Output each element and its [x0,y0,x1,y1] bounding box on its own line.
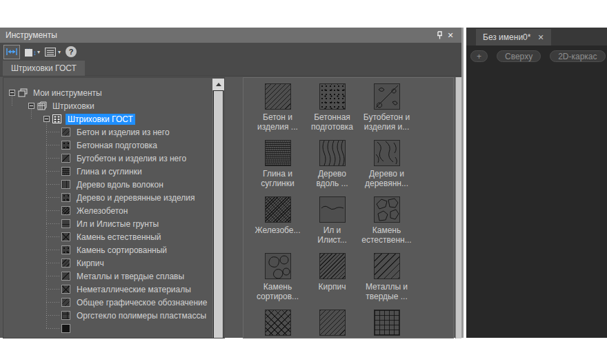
hatch-thumbnail [374,253,400,279]
document-tab-title: Без имени0* [483,32,530,42]
palette-item[interactable] [250,310,305,338]
help-button[interactable]: ? [66,45,77,59]
hatch-swatch-icon [61,324,70,333]
hatch-swatch-icon [61,311,70,320]
tree-item[interactable]: Неметаллические материалы [61,283,193,296]
tools-tree: Мои инструменты Штриховки Штриховки ГОСТ [3,77,225,338]
tree-item[interactable]: Кирпич [61,256,106,270]
tree-item[interactable] [61,322,79,335]
view-options-button[interactable]: ▾ [45,45,61,59]
add-viewport-button[interactable]: + [470,50,488,62]
hatch-swatch-icon [61,193,70,202]
caret-down-icon[interactable]: ▾ [58,49,61,55]
hatch-thumbnail [265,196,291,223]
tree-item[interactable]: Бетон и изделия из него [61,125,172,139]
hatch-swatch-icon [61,219,70,228]
tab-hatches-gost[interactable]: Штриховки ГОСТ [3,61,85,76]
palette-item[interactable]: Бетонная подготовка [305,83,359,132]
visual-style-button[interactable]: 2D-каркас [550,50,605,62]
pin-icon[interactable] [434,30,445,41]
palette-item[interactable]: Дерево и деревянн... [359,140,414,188]
tools-panel-header: Инструменты ✕ [0,28,461,43]
hatch-thumbnail [319,140,346,166]
tree-item[interactable]: Дерево вдоль волокон [61,178,166,191]
panel-title: Инструменты [6,30,434,40]
hatch-group-icon [37,101,46,110]
tree-item[interactable]: Глина и суглинки [61,165,144,178]
tree-item[interactable]: Мои инструменты [9,86,104,99]
tree-item[interactable]: Камень сортированный [61,243,169,256]
palette-item[interactable]: Дерево вдоль ... [305,140,359,188]
hatch-thumbnail [374,140,400,166]
tree-item[interactable]: Оргстекло полимеры пластмассы [61,309,208,322]
hatch-swatch-icon [61,272,70,281]
image-size-button[interactable]: ↔↕ ▾ [25,45,40,59]
selected-tree-item-label: Штриховки ГОСТ [66,114,135,125]
tree-item[interactable]: Общее графическое обозначение [61,296,209,309]
question-icon: ? [66,46,77,57]
palette-item[interactable]: Кирпич [305,253,359,292]
palette-item[interactable]: Камень естественн... [359,196,414,245]
hatch-swatch-icon [61,285,70,294]
document-tabbar: Без имени0* ✕ [466,28,607,46]
hatch-thumbnail [374,196,400,223]
tree-item[interactable]: Бетонная подготовка [61,139,159,152]
fit-to-width-button[interactable] [3,45,20,59]
panel-toolbar: ↔↕ ▾ ▾ ? [0,43,461,61]
close-panel-icon[interactable]: ✕ [445,30,456,41]
palette-item[interactable]: Металлы и твердые ... [359,253,414,301]
hatch-swatch-icon [61,180,70,189]
hatch-swatch-icon [61,259,70,267]
scroll-up-icon[interactable] [212,79,224,90]
hatch-thumbnail [374,310,400,336]
palette-item[interactable]: Бетон и изделия ... [250,83,305,132]
tree-item[interactable]: Камень естественный [61,230,163,243]
drawing-canvas[interactable]: Без имени0* ✕ + Сверху 2D-каркас — [466,28,607,338]
hatch-swatch-icon [61,128,70,136]
scrollbar-thumb[interactable] [213,90,223,338]
hatch-swatch-icon [61,167,70,176]
close-document-icon[interactable]: ✕ [537,33,544,42]
palette-item[interactable]: Ил и Илист... [305,196,359,245]
collapse-toggle-icon[interactable] [43,116,50,122]
collapse-toggle-icon[interactable] [28,103,34,109]
hatch-palette: Бетон и изделия ... Бетонная подготовка … [243,77,454,338]
palette-item[interactable] [359,310,414,338]
tree-item[interactable]: Штриховки ГОСТ [43,112,135,125]
palette-item[interactable]: Бутобетон и изделия и... [359,83,414,132]
tree-item[interactable]: Дерево и деревянные изделия [61,191,197,204]
hatch-swatch-icon [61,141,70,150]
application-window: Инструменты ✕ ↔↕ ▾ ▾ [0,0,607,364]
view-direction-button[interactable]: Сверху [497,50,541,62]
hatch-thumbnail [265,253,291,279]
hatch-thumbnail [319,83,346,110]
tree-scrollbar[interactable] [212,79,224,338]
tree-item[interactable]: Бутобетон и изделия из него [61,152,188,165]
palette-item[interactable]: Глина и суглинки [250,140,305,188]
palette-scrollbar[interactable] [455,77,461,338]
hatch-swatch-icon [61,206,70,215]
hatch-thumbnail [319,310,346,336]
hatch-thumbnail [319,253,346,279]
palette-tabstrip: Штриховки ГОСТ [0,61,461,76]
palette-item[interactable] [305,310,359,338]
resize-square-icon: ↔↕ [25,46,35,57]
panel-content: Мои инструменты Штриховки Штриховки ГОСТ [0,76,461,338]
palette-item[interactable]: Железобе... [250,196,305,235]
caret-down-icon[interactable]: ▾ [37,49,40,55]
hatch-swatch-icon [61,154,70,163]
table-view-icon [45,48,56,57]
collapse-toggle-icon[interactable] [9,90,15,96]
tools-panel: Инструменты ✕ ↔↕ ▾ ▾ [0,28,464,338]
hatch-thumbnail [265,140,291,166]
viewport-controls: + Сверху 2D-каркас — [470,50,607,62]
document-tab[interactable]: Без имени0* ✕ [476,29,551,46]
hatch-thumbnail [374,83,400,110]
tree-item[interactable]: Штриховки [28,99,97,112]
tree-item[interactable]: Ил и Илистые грунты [61,217,161,230]
palette-item[interactable]: Камень сортиров... [250,253,305,301]
hatch-thumbnail [319,196,346,223]
my-tools-icon [18,88,27,97]
tree-item[interactable]: Металлы и твердые сплавы [61,270,186,283]
tree-item[interactable]: Железобетон [61,204,130,217]
